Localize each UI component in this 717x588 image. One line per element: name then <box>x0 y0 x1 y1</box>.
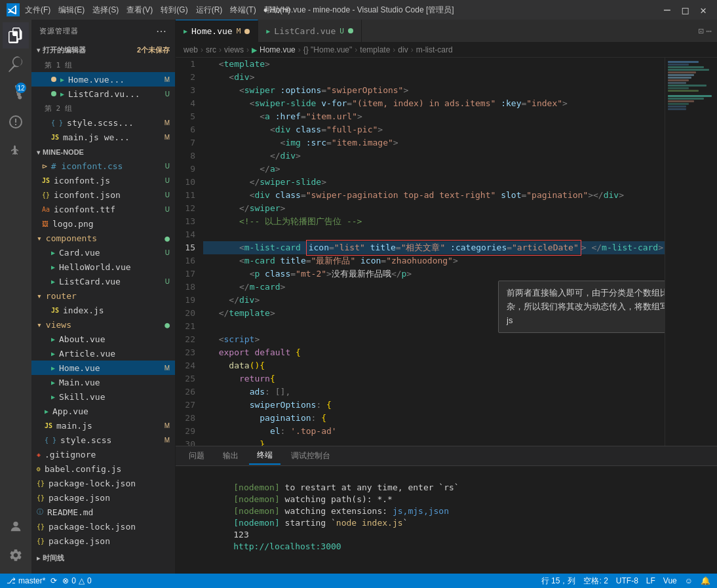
t-bracket4: [nodemon] <box>233 518 279 528</box>
terminal-line-1: [nodemon] to restart at any time, enter … <box>182 470 710 482</box>
bc-src[interactable]: src <box>206 45 216 54</box>
status-feedback[interactable]: ☺ <box>685 576 693 587</box>
menu-select[interactable]: 选择(S) <box>92 5 119 16</box>
bc-div[interactable]: div <box>398 45 408 54</box>
activity-extensions[interactable] <box>3 138 29 164</box>
status-spaces[interactable]: 空格: 2 <box>583 576 608 587</box>
split-editor-icon[interactable]: ⊡ <box>698 26 703 36</box>
bc-views[interactable]: views <box>224 45 244 54</box>
menu-run[interactable]: 运行(R) <box>196 5 223 16</box>
file-babel-item[interactable]: ⚙ babel.config.js <box>31 461 175 476</box>
open-file-main[interactable]: JS main.js we... M <box>31 130 175 144</box>
ln-3: 3 <box>181 84 195 97</box>
file-app-item[interactable]: ▶ App.vue <box>31 404 175 418</box>
folder-router[interactable]: ▾ router <box>31 288 175 303</box>
close-icon[interactable]: ✕ <box>696 4 710 16</box>
open-file-home-label: Home.vue... <box>68 75 125 85</box>
file-listcard-item[interactable]: ▶ ListCard.vue U <box>31 274 175 288</box>
timeline-label: 时间线 <box>43 553 64 563</box>
open-editors-header[interactable]: ▾ 打开的编辑器 2个未保存 <box>31 43 175 58</box>
maximize-icon[interactable]: □ <box>678 4 693 16</box>
activity-settings[interactable] <box>3 542 29 568</box>
file-babel: babel.config.js <box>45 464 121 474</box>
menu-edit[interactable]: 编辑(E) <box>58 5 85 16</box>
open-file-listcard[interactable]: ▶ ListCard.vu... U <box>31 87 175 101</box>
bc-mlistcard[interactable]: m-list-card <box>416 45 453 54</box>
chevron-down-icon2: ▾ <box>37 149 40 156</box>
file-main-item[interactable]: ▶ Main.vue <box>31 375 175 389</box>
activity-debug[interactable] <box>3 109 29 135</box>
status-line-col[interactable]: 行 15，列 <box>541 576 576 587</box>
file-home-item[interactable]: ▶ Home.vue M <box>31 361 175 375</box>
activity-scm[interactable]: 12 <box>3 80 29 106</box>
activity-account[interactable] <box>3 513 29 539</box>
status-sync[interactable]: ⟳ <box>50 576 57 585</box>
status-left: ⎇ master* ⟳ ⊗ 0 △ 0 <box>7 576 92 585</box>
vue-icon11: ▶ <box>45 408 48 415</box>
status-notifications[interactable]: 🔔 <box>701 576 710 587</box>
terminal-tab-output[interactable]: 输出 <box>215 448 246 464</box>
file-article-item[interactable]: ▶ Article.vue <box>31 346 175 361</box>
terminal-tab-problems[interactable]: 问题 <box>181 448 212 464</box>
menu-goto[interactable]: 转到(G) <box>161 5 187 16</box>
open-file-main-label: main.js we... <box>63 132 130 142</box>
open-file-style[interactable]: { } style.scss... M <box>31 115 175 130</box>
activity-explorer[interactable] <box>3 22 29 49</box>
file-iconfont-js-item[interactable]: JS iconfont.js U <box>31 173 175 187</box>
code-content[interactable]: <template> <div> <swiper :options="swipe… <box>203 58 665 446</box>
code-line-30: }, <box>203 438 665 446</box>
menu-view[interactable]: 查看(V) <box>126 5 153 16</box>
more-actions-icon[interactable]: ⋯ <box>707 26 712 36</box>
file-style-item[interactable]: { } style.scss M <box>31 433 175 447</box>
ln-20: 20 <box>181 307 195 320</box>
bc-home-template[interactable]: {} "Home.vue" <box>303 45 353 54</box>
js-icon3: JS <box>51 307 59 314</box>
file-about-item[interactable]: ▶ About.vue <box>31 332 175 346</box>
bc-template[interactable]: template <box>360 45 390 54</box>
chevron-right-icon: ▸ <box>37 555 40 562</box>
file-router-index-item[interactable]: JS index.js <box>31 303 175 317</box>
file-package: package.json <box>48 493 110 503</box>
terminal-tab-debug[interactable]: 调试控制台 <box>283 448 338 464</box>
status-encoding[interactable]: UTF-8 <box>616 576 638 587</box>
ln-5: 5 <box>181 110 195 123</box>
minimize-icon[interactable]: ─ <box>660 4 674 16</box>
bc-home-vue[interactable]: ▶ Home.vue <box>252 45 296 54</box>
status-line-ending[interactable]: LF <box>646 576 655 587</box>
code-line-2: <div> <box>203 71 665 84</box>
ln-23: 23 <box>181 346 195 359</box>
file-package2-item[interactable]: {} package.json <box>31 534 175 548</box>
file-logo-item[interactable]: 🖼 logo.png <box>31 216 175 231</box>
menu-file[interactable]: 文件(F) <box>25 5 50 16</box>
file-card-item[interactable]: ▶ Card.vue U <box>31 245 175 260</box>
folder-components[interactable]: ▾ components ● <box>31 231 175 245</box>
ln-12: 12 <box>181 202 195 215</box>
status-branch[interactable]: ⎇ master* <box>7 576 45 585</box>
tab-listcard[interactable]: ▶ ListCard.vue U <box>258 20 362 42</box>
menu-terminal[interactable]: 终端(T) <box>230 5 256 16</box>
new-file-icon[interactable]: ⋯ <box>156 25 167 37</box>
status-errors[interactable]: ⊗ 0 △ 0 <box>62 576 91 585</box>
vue-icon: ▶ <box>60 76 64 83</box>
file-readme-item[interactable]: ⓘ README.md <box>31 505 175 519</box>
file-gitignore-item[interactable]: ◈ .gitignore <box>31 447 175 461</box>
file-mainjs-item[interactable]: JS main.js M <box>31 418 175 433</box>
json-icon5: {} <box>37 538 45 545</box>
bc-web[interactable]: web <box>184 45 198 54</box>
project-header[interactable]: ▾ MINE-NODE <box>31 146 175 159</box>
folder-views[interactable]: ▾ views ● <box>31 317 175 332</box>
file-skill-item[interactable]: ▶ Skill.vue <box>31 389 175 404</box>
file-iconfont-ttf-item[interactable]: Aa iconfont.ttf U <box>31 202 175 216</box>
file-package-item[interactable]: {} package.json <box>31 490 175 505</box>
file-helloworld-item[interactable]: ▶ HelloWorld.vue <box>31 260 175 274</box>
timeline-header[interactable]: ▸ 时间线 <box>31 551 175 566</box>
tab-home[interactable]: ▶ Home.vue M <box>176 20 258 42</box>
file-iconfont-json-item[interactable]: {} iconfont.json U <box>31 187 175 202</box>
file-package-lock-item[interactable]: {} package-lock.json <box>31 476 175 490</box>
activity-search[interactable] <box>3 51 29 77</box>
status-lang[interactable]: Vue <box>663 576 677 587</box>
terminal-tab-terminal[interactable]: 终端 <box>249 447 281 465</box>
open-file-home[interactable]: ▶ Home.vue... M <box>31 72 175 87</box>
folder-icons[interactable]: ⊳ # iconfont.css U <box>31 159 175 173</box>
file-package-lock2-item[interactable]: {} package-lock.json <box>31 519 175 534</box>
